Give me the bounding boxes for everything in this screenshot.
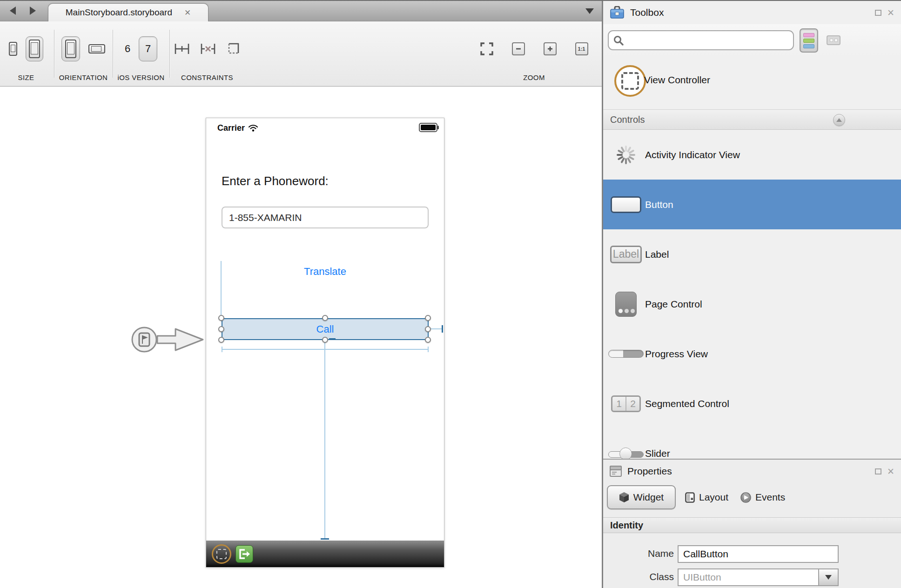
name-form-row: Name [603,545,901,563]
events-icon [740,492,751,503]
delete-constraint-icon [201,43,215,55]
name-label: Name [603,548,674,559]
back-arrow-icon [9,6,17,15]
resize-handle-bottom-center[interactable] [322,337,328,343]
constraint-frame-button[interactable] [227,42,240,55]
toolbox-item-label-control[interactable]: Label Label [603,229,901,279]
designer-toolbar: SIZE ORIENTATION 6 7 iOS VERSION [0,21,603,87]
close-panel-icon[interactable]: ✕ [887,8,894,17]
identity-section-label: Identity [610,520,643,531]
window-top-divider [0,0,901,1]
properties-header: Properties ✕ [603,460,901,483]
design-canvas[interactable]: Carrier Enter a Phoneword: Translate [0,87,603,588]
name-input[interactable] [678,545,839,563]
bottom-guide-tick [321,538,329,540]
tab-strip: MainStoryboard.storyboard ✕ [0,0,603,21]
storyboard-editor: MainStoryboard.storyboard ✕ SIZE ORIENTA… [0,0,603,588]
nav-back-button[interactable] [7,5,19,16]
resize-handle-top-center[interactable] [322,315,328,321]
orientation-group-label: ORIENTATION [58,74,109,81]
widget-cube-icon [619,492,629,503]
zoom-actual-size-button[interactable]: 1:1 [575,42,588,55]
resize-handle-bottom-right[interactable] [425,337,431,343]
slider-icon [606,428,646,459]
tab-title: MainStoryboard.storyboard [66,7,172,18]
orientation-landscape-button[interactable] [88,44,105,53]
iphone-design-surface[interactable]: Carrier Enter a Phoneword: Translate [206,118,444,568]
toolbox-item-activity-indicator[interactable]: Activity Indicator View [603,130,901,180]
toolbox-item-page-control[interactable]: Page Control [603,279,901,329]
tab-events[interactable]: Events [740,485,785,509]
class-value: UIButton [679,572,818,583]
ios-version-6-button[interactable]: 6 [125,43,130,55]
ios-version-7-button[interactable]: 7 [139,36,157,61]
view-controller-badge[interactable] [212,544,231,564]
toolbox-item-button[interactable]: Button [603,180,901,229]
flag-badge [139,333,149,346]
portrait-icon [65,40,76,58]
size-iphone-tall-button[interactable] [26,36,43,61]
list-view-toggle-button[interactable] [800,28,818,53]
resize-handle-mid-right[interactable] [425,326,431,332]
dock-window-icon[interactable] [875,468,881,474]
class-label: Class [603,571,674,582]
toolbox-icon [610,6,625,19]
toolbar-group-orientation: ORIENTATION [58,21,109,86]
label-icon: Label [606,229,646,279]
translate-button[interactable]: Translate [206,266,444,278]
resize-handle-top-left[interactable] [218,315,224,321]
dock-window-icon[interactable] [875,10,881,16]
toolbox-item-view-controller[interactable]: View Controller [603,57,901,109]
tab-mainstoryboard[interactable]: MainStoryboard.storyboard ✕ [48,3,208,21]
tab-close-icon[interactable]: ✕ [184,9,191,17]
resize-handle-mid-left[interactable] [218,326,224,332]
phoneword-input[interactable] [222,207,429,228]
class-combobox[interactable]: UIButton [678,568,839,586]
properties-pane: Properties ✕ Widget [603,459,901,588]
tab-widget[interactable]: Widget [607,485,676,509]
toolbox-item-segmented-control[interactable]: 12 Segmented Control [603,379,901,428]
class-dropdown-button[interactable] [818,569,838,585]
toolbox-item-label: Activity Indicator View [645,149,740,160]
activity-indicator-icon [606,130,646,180]
zoom-in-icon [547,46,553,52]
left-alignment-guide [221,261,222,318]
tab-layout[interactable]: Layout [685,485,728,509]
close-panel-icon[interactable]: ✕ [887,467,894,476]
controls-section-header[interactable]: Controls [603,109,901,130]
phoneword-label: Enter a Phoneword: [222,174,329,188]
right-edge-tick [442,325,443,333]
zoom-fit-icon [480,42,493,55]
tab-events-label: Events [755,492,785,503]
toolbox-item-progress-view[interactable]: Progress View [603,329,901,379]
forward-arrow-icon [29,6,36,15]
resize-handle-bottom-left[interactable] [218,337,224,343]
nav-forward-button[interactable] [27,5,38,16]
constraint-delete-button[interactable] [201,43,215,55]
segmented-control-icon: 12 [606,379,646,428]
resize-handle-top-right[interactable] [425,315,431,321]
zoom-in-button[interactable] [544,42,557,55]
class-form-row: Class UIButton [603,568,901,586]
constraint-width-button[interactable] [175,43,189,55]
baseline-tick [329,338,336,340]
grid-view-toggle-button[interactable] [827,35,840,45]
zoom-fit-button[interactable] [480,42,493,55]
tab-widget-label: Widget [633,492,664,503]
zoom-out-button[interactable] [512,42,525,55]
size-iphone-small-button[interactable] [9,42,17,56]
toolbox-item-label: Label [645,249,669,260]
toolbar-group-constraints: CONSTRAINTS [158,21,256,86]
initial-view-controller-arrow[interactable] [130,323,206,358]
tab-list-dropdown-icon[interactable] [585,8,594,14]
landscape-icon [88,44,105,53]
toolbox-pane: Toolbox ✕ View Controller Controls [603,1,901,459]
toolbox-search-input[interactable] [608,30,794,50]
chevron-down-icon [825,575,832,580]
orientation-portrait-button[interactable] [61,36,80,61]
collapse-section-button[interactable] [833,114,845,126]
exit-segue-badge[interactable] [235,545,253,563]
toolbox-item-slider[interactable]: Slider [603,428,901,459]
battery-icon [419,123,439,134]
view-controller-icon [614,65,646,97]
